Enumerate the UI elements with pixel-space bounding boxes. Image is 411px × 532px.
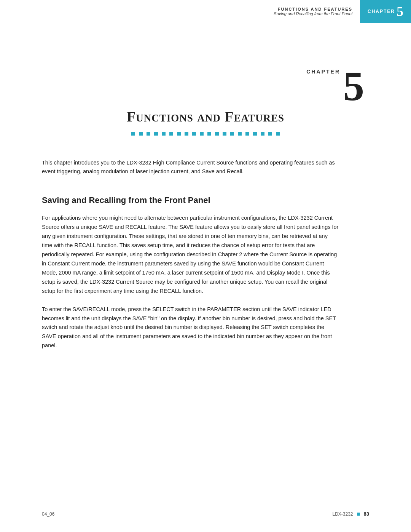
header-top-subtitle: Saving and Recalling from the Front Pane… [274, 11, 352, 16]
footer: 04_06 LDX-3232 83 [42, 511, 369, 517]
header-bar: Functions and Features Saving and Recall… [0, 0, 411, 23]
dot-3 [147, 132, 150, 136]
footer-right: LDX-3232 83 [332, 511, 369, 517]
chapter-title-text: Functions and Features [127, 109, 284, 125]
dot-5 [162, 132, 166, 136]
chapter-tab: Chapter 5 [360, 0, 411, 23]
footer-page: 83 [364, 511, 369, 517]
chapter-label-text: Chapter [306, 69, 340, 75]
dot-19 [268, 132, 272, 136]
footer-model: LDX-3232 [332, 511, 353, 517]
chapter-tab-number: 5 [397, 5, 403, 18]
dot-2 [139, 132, 143, 136]
section-1-heading: Saving and Recalling from the Front Pane… [42, 195, 369, 205]
chapter-tab-label: Chapter [368, 9, 395, 14]
dot-row [42, 132, 369, 136]
dot-7 [177, 132, 181, 136]
dot-14 [230, 132, 234, 136]
dot-18 [261, 132, 264, 136]
page: Functions and Features Saving and Recall… [0, 0, 411, 532]
dot-12 [215, 132, 219, 136]
dot-11 [207, 132, 211, 136]
footer-dot-icon [357, 513, 360, 516]
dot-13 [223, 132, 226, 136]
dot-10 [200, 132, 204, 136]
intro-paragraph: This chapter introduces you to the LDX-3… [42, 158, 339, 177]
section-1-paragraph-2: To enter the SAVE/RECALL mode, press the… [42, 305, 339, 351]
chapter-title: Functions and Features [42, 108, 369, 125]
header-text-block: Functions and Features Saving and Recall… [274, 0, 360, 23]
main-content: Chapter 5 Functions and Features [0, 23, 411, 390]
dot-20 [276, 132, 280, 136]
dot-6 [169, 132, 173, 136]
chapter-number-large: 5 [343, 69, 365, 104]
header-top-title: Functions and Features [274, 7, 352, 11]
dot-17 [253, 132, 257, 136]
section-1: Saving and Recalling from the Front Pane… [42, 195, 369, 350]
dot-1 [131, 132, 135, 136]
chapter-heading-section: Chapter 5 [42, 69, 369, 104]
chapter-label-row: Chapter 5 [42, 69, 369, 104]
dot-16 [245, 132, 249, 136]
section-1-paragraph-1: For applications where you might need to… [42, 214, 339, 296]
dot-9 [192, 132, 196, 136]
footer-left: 04_06 [42, 511, 54, 517]
dot-15 [238, 132, 242, 136]
dot-4 [154, 132, 158, 136]
chapter-label-large: Chapter 5 [306, 69, 369, 104]
dot-8 [185, 132, 188, 136]
